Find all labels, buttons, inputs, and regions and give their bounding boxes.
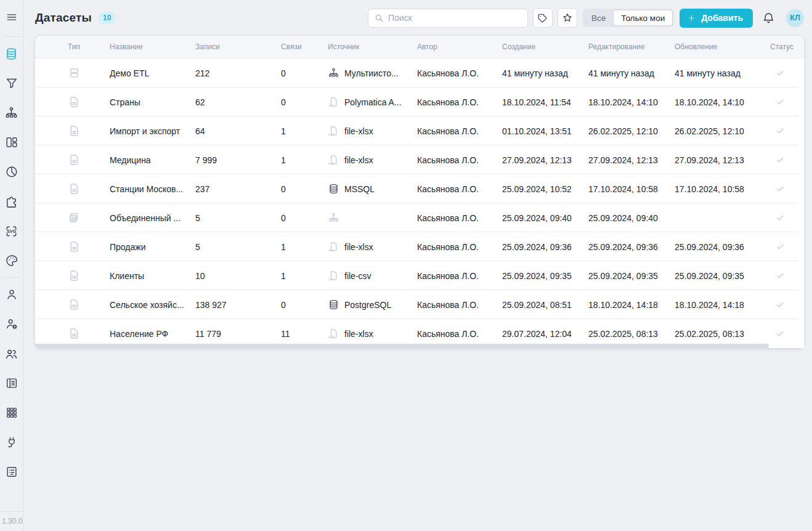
table-row[interactable]: Демо ETL 212 0 Мультиисто... Касьянова Л… <box>35 59 804 87</box>
col-edited: Редактирование <box>588 43 675 51</box>
sidebar-item-etl-flows[interactable] <box>0 98 23 128</box>
dataset-name[interactable]: Страны <box>110 97 195 107</box>
sidebar-divider <box>2 277 21 278</box>
source-name: Мультиисто... <box>344 68 399 78</box>
sidebar-item-journal[interactable] <box>0 368 23 398</box>
search-icon <box>374 13 384 23</box>
dataset-type-icon <box>68 327 81 340</box>
sidebar-item-logs[interactable] <box>0 457 23 487</box>
filter-all[interactable]: Все <box>584 10 613 26</box>
col-status: Статус <box>768 43 804 51</box>
records-count: 5 <box>195 242 281 252</box>
updated-at: 25.09.2024, 09:36 <box>675 242 768 252</box>
edited-at: 25.09.2024, 09:40 <box>588 213 675 223</box>
created-at: 25.09.2024, 09:35 <box>502 271 588 281</box>
dataset-name[interactable]: Импорт и экспорт <box>110 126 195 136</box>
edited-at: 18.10.2024, 14:10 <box>588 97 675 107</box>
dataset-type-icon <box>68 298 81 311</box>
grid-icon <box>5 406 18 420</box>
records-count: 64 <box>195 126 281 136</box>
sidebar-item-plugins[interactable] <box>0 187 23 216</box>
dataset-type-icon <box>68 211 81 224</box>
table-row[interactable]: Продажи 5 1 file-xlsx Касьянова Л.О. 25.… <box>35 232 804 261</box>
status-check-icon <box>775 126 786 136</box>
updated-at: 18.10.2024, 14:18 <box>675 300 768 310</box>
bell-icon <box>762 12 775 25</box>
dataset-name[interactable]: Население РФ <box>110 329 195 339</box>
add-dataset-button[interactable]: Добавить <box>680 9 753 28</box>
sidebar-item-dashboards[interactable] <box>0 128 23 157</box>
dataset-name[interactable]: Клиенты <box>110 271 195 281</box>
horizontal-scrollbar[interactable] <box>35 344 769 348</box>
search-box[interactable] <box>368 9 528 28</box>
user-gear-icon <box>5 317 18 331</box>
notifications-button[interactable] <box>761 10 776 26</box>
source-name: file-csv <box>344 271 371 281</box>
author: Касьянова Л.О. <box>417 242 502 252</box>
sidebar-item-palette[interactable] <box>0 246 23 275</box>
author: Касьянова Л.О. <box>417 97 502 107</box>
status-check-icon <box>775 155 786 165</box>
dataset-name[interactable]: Продажи <box>110 242 195 252</box>
source-name: Polymatica A... <box>344 97 402 107</box>
dataset-name[interactable]: Демо ETL <box>110 68 195 78</box>
edited-at: 25.02.2025, 08:13 <box>588 329 675 339</box>
dataset-name[interactable]: Сельское хозяйс... <box>110 300 195 310</box>
table-row[interactable]: Объединенный ... 5 0 Касьянова Л.О. 25.0… <box>35 203 804 232</box>
created-at: 29.07.2024, 12:04 <box>502 329 588 339</box>
source-name: file-xlsx <box>344 126 373 136</box>
datasets-count-badge: 10 <box>98 12 116 24</box>
source-icon <box>328 241 339 253</box>
sidebar-item-user-groups[interactable] <box>0 339 23 368</box>
sidebar-item-filters[interactable] <box>0 68 23 98</box>
updated-at: 18.10.2024, 14:10 <box>675 97 768 107</box>
user-avatar[interactable]: КЛ <box>786 9 804 27</box>
table-row[interactable]: Импорт и экспорт 64 1 file-xlsx Касьянов… <box>35 116 804 145</box>
table-row[interactable]: Сельское хозяйс... 138 927 0 PostgreSQL … <box>35 290 804 319</box>
edited-at: 25.09.2024, 09:36 <box>588 242 675 252</box>
author: Касьянова Л.О. <box>417 68 502 78</box>
table-row[interactable]: Страны 62 0 Polymatica A... Касьянова Л.… <box>35 87 804 116</box>
col-name: Название <box>110 43 195 51</box>
top-bar: Датасеты 10 Все Только мои Добавить КЛ <box>23 0 812 36</box>
col-type: Тип <box>35 43 110 51</box>
status-check-icon <box>775 213 786 223</box>
sidebar-item-charts[interactable] <box>0 157 23 187</box>
table-row[interactable]: Станции Москов... 237 0 MSSQL Касьянова … <box>35 174 804 203</box>
source-icon <box>328 125 339 137</box>
author: Касьянова Л.О. <box>417 300 502 310</box>
dataset-name[interactable]: Медицина <box>110 155 195 165</box>
pie-chart-icon <box>5 165 18 179</box>
status-check-icon <box>775 241 786 252</box>
tags-filter-button[interactable] <box>533 8 553 28</box>
favorites-filter-button[interactable] <box>558 8 577 28</box>
author: Касьянова Л.О. <box>417 184 502 194</box>
dataset-name[interactable]: Станции Москов... <box>110 184 195 194</box>
source-icon <box>328 154 339 166</box>
journal-icon <box>5 376 18 390</box>
source-icon <box>328 183 339 195</box>
updated-at: 25.02.2025, 08:13 <box>675 329 768 339</box>
plug-icon <box>5 436 18 449</box>
sidebar-item-datasets[interactable] <box>0 39 23 68</box>
dataset-name[interactable]: Объединенный ... <box>110 213 195 223</box>
dataset-type-icon <box>68 269 81 282</box>
tag-icon <box>537 13 548 23</box>
links-count: 11 <box>281 329 328 339</box>
dataset-type-icon <box>68 95 81 108</box>
links-count: 1 <box>281 242 328 252</box>
sidebar-item-connections[interactable] <box>0 428 23 457</box>
sidebar-item-user[interactable] <box>0 280 23 309</box>
col-source: Источник <box>328 43 417 51</box>
menu-toggle-button[interactable] <box>0 0 23 34</box>
puzzle-icon <box>4 195 18 209</box>
filter-only-mine[interactable]: Только мои <box>613 10 673 26</box>
table-row[interactable]: Медицина 7 999 1 file-xlsx Касьянова Л.О… <box>35 145 804 174</box>
sidebar-item-svg-assets[interactable] <box>0 216 23 246</box>
updated-at: 25.09.2024, 09:35 <box>675 271 768 281</box>
sidebar-item-user-settings[interactable] <box>0 309 23 339</box>
sidebar-item-modules[interactable] <box>0 398 23 428</box>
search-input[interactable] <box>388 13 522 23</box>
edited-at: 41 минуту назад <box>588 68 675 78</box>
table-row[interactable]: Клиенты 10 1 file-csv Касьянова Л.О. 25.… <box>35 261 804 290</box>
